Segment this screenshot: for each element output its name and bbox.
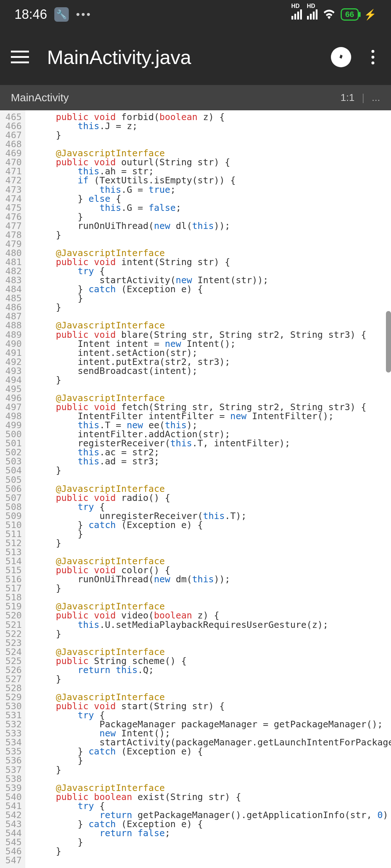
status-left: 18:46 🔧 ••• <box>14 7 92 22</box>
charging-icon: ⚡ <box>364 9 377 21</box>
signal-1-icon: HD <box>291 9 302 20</box>
line-number-gutter: 465 466 467 468 469 470 471 472 473 474 … <box>0 110 25 868</box>
signal-2-icon: HD <box>307 9 318 20</box>
more-options-icon[interactable] <box>366 50 380 64</box>
status-time: 18:46 <box>14 7 47 22</box>
wifi-icon <box>323 8 336 22</box>
settings-icon: 🔧 <box>54 7 69 22</box>
crumb-more-icon[interactable]: ... <box>372 92 380 103</box>
cursor-position[interactable]: 1:1 <box>340 92 354 103</box>
app-title: MainActivity.java <box>47 46 331 68</box>
battery-icon: 66 <box>341 8 359 21</box>
code-content[interactable]: public void forbid(boolean z) { this.J =… <box>25 110 391 868</box>
notification-dots-icon: ••• <box>76 8 92 21</box>
navigate-icon[interactable] <box>331 47 351 67</box>
code-editor[interactable]: 465 466 467 468 469 470 471 472 473 474 … <box>0 110 391 868</box>
scrollbar-thumb[interactable] <box>386 311 391 373</box>
breadcrumb-bar: MainActivity 1:1 | ... <box>0 85 391 110</box>
app-bar: MainActivity.java <box>0 29 391 85</box>
status-right: HD HD 66 ⚡ <box>291 8 377 21</box>
status-bar: 18:46 🔧 ••• HD HD 66 ⚡ <box>0 0 391 29</box>
menu-icon[interactable] <box>11 46 33 68</box>
breadcrumb[interactable]: MainActivity <box>11 92 69 104</box>
